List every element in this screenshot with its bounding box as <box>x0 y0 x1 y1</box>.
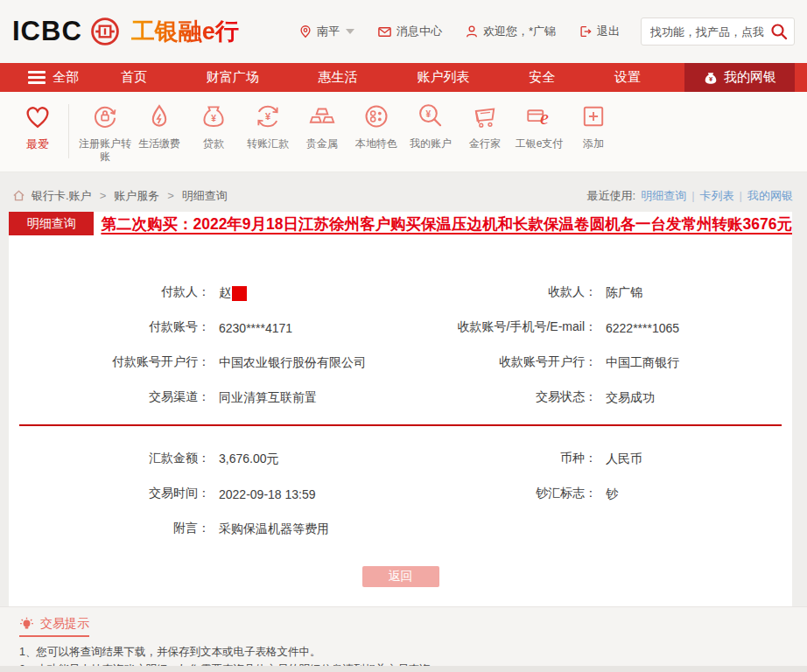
payee-value: 陈广锦 <box>606 284 642 302</box>
amount-label: 汇款金额： <box>9 451 210 468</box>
recent-used-label: 最近使用: <box>587 188 636 204</box>
breadcrumb-item-detail-query: 明细查询 <box>182 188 228 204</box>
location-label: 南平 <box>317 24 340 39</box>
back-button[interactable]: 返回 <box>362 566 439 587</box>
nav-item-my-ebank[interactable]: ¥ 我的网银 <box>684 63 795 92</box>
breadcrumb-item-account-service[interactable]: 账户服务 <box>114 188 159 204</box>
quick-toolbar: 最爱 注册账户转账 生活缴费 ¥ 贷款 ¥ 转账汇款 贵金属 本地特色 <box>0 92 807 172</box>
home-icon <box>12 189 25 202</box>
recent-divider: | <box>691 189 694 202</box>
moneybag-icon: ¥ <box>703 70 719 86</box>
page-bottom-strip <box>0 666 807 672</box>
envelope-icon <box>377 24 392 39</box>
user-icon <box>465 24 479 38</box>
toolbar-label: 转账汇款 <box>242 137 294 150</box>
detail-row-remark: 附言： 采购保温机器等费用 <box>9 521 792 538</box>
toolbar-item-precious-metal[interactable]: 贵金属 <box>295 101 349 150</box>
detail-panel: 明细查询 第二次购买：2022年9月18日江苏徐州客户购买保温压边机和长款保温卷… <box>9 212 792 606</box>
currency-value: 人民币 <box>606 451 642 468</box>
nav-item-accounts[interactable]: 账户列表 <box>408 69 478 86</box>
recent-link-detail-query[interactable]: 明细查询 <box>641 188 686 204</box>
svg-text:¥: ¥ <box>211 114 216 123</box>
tab-detail-query[interactable]: 明细查询 <box>9 212 94 235</box>
toolbar-label: 本地特色 <box>350 137 403 150</box>
toolbar-item-my-account[interactable]: ¥ 我的账户 <box>404 101 458 150</box>
toolbar-item-gold-expert[interactable]: 金行家 <box>458 101 512 150</box>
tips-title-row: 交易提示 <box>19 616 89 637</box>
nav-label: 设置 <box>614 69 641 86</box>
toolbar-item-life-payment[interactable]: 生活缴费 <box>132 101 186 150</box>
nav-label: 财富广场 <box>207 69 259 86</box>
payer-value: 赵 <box>219 285 231 301</box>
location-selector[interactable]: 南平 <box>298 24 354 39</box>
toolbar-item-loan[interactable]: ¥ 贷款 <box>186 101 241 150</box>
transaction-tips: 交易提示 1、您可以将查询结果下载，并保存到文本或电子表格文件中。 2、本功能只… <box>0 606 807 672</box>
icbc-logo-icon <box>89 16 121 47</box>
tab-row: 明细查询 第二次购买：2022年9月18日江苏徐州客户购买保温压边机和长款保温卷… <box>9 212 792 235</box>
payer-bank-label: 付款账号开户行： <box>9 354 210 372</box>
transaction-amounts: 汇款金额： 3,676.00元 币种： 人民币 交易时间： 2022-09-18… <box>9 426 792 538</box>
toolbar-label: 金行家 <box>459 137 511 150</box>
nav-label: 惠生活 <box>319 69 358 86</box>
payee-label: 收款人： <box>396 284 597 302</box>
location-pin-icon <box>298 24 312 38</box>
toolbar-item-add[interactable]: 添加 <box>566 101 621 150</box>
toolbar-label: 最爱 <box>11 137 64 151</box>
breadcrumb-separator: > <box>167 189 174 202</box>
status-label: 交易状态： <box>396 389 597 407</box>
toolbar-label: 贵金属 <box>296 137 348 150</box>
time-label: 交易时间： <box>9 486 210 503</box>
main-nav: 全部 首页 财富广场 惠生活 账户列表 安全 设置 ¥ 我的网银 <box>0 63 807 92</box>
recent-divider: | <box>740 189 742 202</box>
toolbar-item-local-feature[interactable]: 本地特色 <box>349 101 404 150</box>
detail-row-accounts: 付款账号： 6230****4171 收款账号/手机号/E-mail： 6222… <box>9 319 792 337</box>
lightbulb-icon <box>19 617 34 632</box>
recent-link-my-ebank[interactable]: 我的网银 <box>747 188 793 204</box>
nav-item-home[interactable]: 首页 <box>112 69 156 86</box>
toolbar-item-register-transfer[interactable]: 注册账户转账 <box>78 101 132 164</box>
nav-item-wealth[interactable]: 财富广场 <box>198 69 268 86</box>
payer-bank-value: 中国农业银行股份有限公司 <box>219 354 366 372</box>
toolbar-item-epay[interactable]: e 工银e支付 <box>512 101 566 150</box>
toolbar-item-favorites[interactable]: 最爱 <box>12 101 63 151</box>
cash-flag-value: 钞 <box>606 486 618 503</box>
message-center-link[interactable]: 消息中心 <box>377 24 442 39</box>
nav-all-label: 全部 <box>53 69 79 86</box>
channel-label: 交易渠道： <box>9 389 210 407</box>
payee-account-label: 收款账号/手机号/E-mail： <box>396 319 597 337</box>
recent-link-card-list[interactable]: 卡列表 <box>700 188 734 204</box>
nav-item-all[interactable]: 全部 <box>19 63 88 92</box>
nav-item-settings[interactable]: 设置 <box>606 69 649 86</box>
epay-icon: e <box>523 101 555 132</box>
purchase-annotation: 第二次购买：2022年9月18日江苏徐州客户购买保温压边机和长款保温卷圆机各一台… <box>94 212 792 235</box>
channel-value: 同业清算互联前置 <box>219 389 317 407</box>
brand-name: 工银融e行 <box>131 16 239 47</box>
redaction-block <box>232 286 247 301</box>
svg-text:¥: ¥ <box>426 109 432 119</box>
search-icon[interactable] <box>770 23 788 40</box>
transfer-remit-icon: ¥ <box>252 101 284 132</box>
my-account-icon: ¥ <box>415 101 446 132</box>
logout-icon <box>579 24 593 38</box>
toolbar-label: 工银e支付 <box>513 137 565 150</box>
toolbar-label: 添加 <box>567 137 620 150</box>
icbc-logo-text: ICBC <box>12 16 82 47</box>
nav-item-security[interactable]: 安全 <box>520 69 564 86</box>
breadcrumb-item-cards[interactable]: 银行卡.账户 <box>32 188 92 204</box>
payer-account-label: 付款账号： <box>9 319 210 337</box>
precious-metal-icon <box>306 101 338 132</box>
logout-button[interactable]: 退出 <box>579 24 620 39</box>
nav-item-life[interactable]: 惠生活 <box>310 69 367 86</box>
add-icon <box>578 101 609 132</box>
breadcrumb-separator: > <box>100 189 107 202</box>
detail-row-banks: 付款账号开户行： 中国农业银行股份有限公司 收款账号开户行： 中国工商银行 <box>9 354 792 372</box>
detail-row-time-flag: 交易时间： 2022-09-18 13:59 钞汇标志： 钞 <box>9 486 792 503</box>
remark-value: 采购保温机器等费用 <box>219 521 329 538</box>
life-payment-icon <box>144 101 175 132</box>
user-welcome[interactable]: 欢迎您，*广锦 <box>465 24 556 39</box>
svg-text:e: e <box>540 107 549 129</box>
remark-label: 附言： <box>9 521 210 538</box>
status-value: 交易成功 <box>606 389 655 407</box>
loan-icon: ¥ <box>198 101 229 132</box>
toolbar-item-transfer-remit[interactable]: ¥ 转账汇款 <box>241 101 295 150</box>
